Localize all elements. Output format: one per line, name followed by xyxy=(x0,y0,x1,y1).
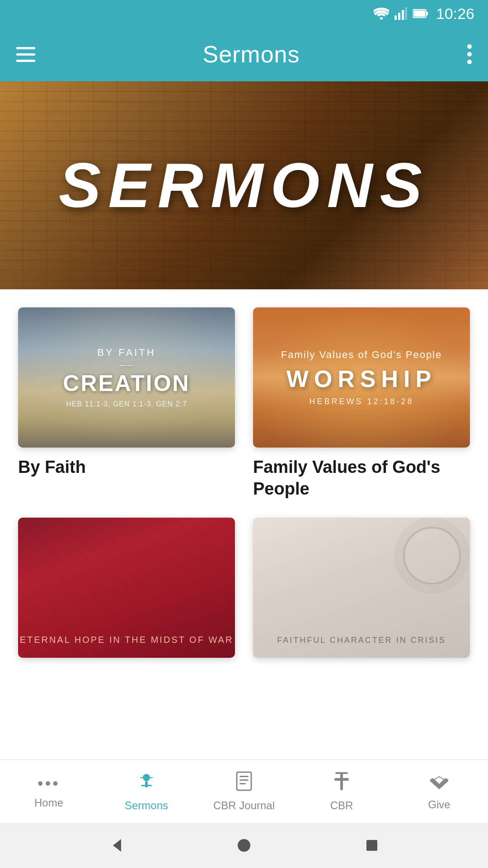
sermon-thumb-eternal: ETERNAL HOPE IN THE MIDST OF WAR xyxy=(18,518,235,658)
nav-item-cbr-journal[interactable]: CBR Journal xyxy=(195,771,293,812)
sermon-thumb-worship: Family Values of God's People WORSHIP HE… xyxy=(253,307,470,448)
svg-point-20 xyxy=(238,839,250,852)
home-button[interactable] xyxy=(233,834,255,857)
svg-point-0 xyxy=(380,17,383,19)
worship-title: WORSHIP xyxy=(281,365,442,392)
status-bar: 10:26 xyxy=(0,0,488,27)
nav-label-cbr: CBR xyxy=(330,799,353,812)
hero-text-container: SERMONS xyxy=(0,81,488,289)
sermon-thumb-faithful: FAITHFUL CHARACTER IN CRISIS xyxy=(253,518,470,658)
hero-title: SERMONS xyxy=(59,149,429,222)
give-icon xyxy=(428,772,450,795)
battery-icon xyxy=(413,9,428,19)
svg-rect-7 xyxy=(413,10,425,17)
svg-rect-15 xyxy=(239,783,246,784)
status-icons xyxy=(374,7,428,20)
system-nav-bar xyxy=(0,823,488,868)
svg-rect-17 xyxy=(334,778,349,781)
hamburger-menu-button[interactable] xyxy=(16,47,35,62)
back-button[interactable] xyxy=(105,834,128,857)
cbr-icon xyxy=(333,771,350,796)
worship-subtitle: Family Values of God's People xyxy=(281,349,442,361)
status-time: 10:26 xyxy=(436,5,474,23)
sermon-grid: BY FAITH CREATION HEB 11:1-3, GEN 1:1-3,… xyxy=(18,307,470,676)
sermon-thumb-creation: BY FAITH CREATION HEB 11:1-3, GEN 1:1-3,… xyxy=(18,307,235,448)
by-faith-label: BY FAITH xyxy=(63,347,190,359)
svg-rect-9 xyxy=(145,781,148,788)
svg-rect-18 xyxy=(335,772,348,774)
thumb-creation-text: BY FAITH CREATION HEB 11:1-3, GEN 1:1-3,… xyxy=(63,347,190,408)
hero-banner: SERMONS xyxy=(0,81,488,289)
signal-icon xyxy=(394,7,407,20)
cbr-journal-icon xyxy=(235,771,253,796)
thumb-worship-bg: Family Values of God's People WORSHIP HE… xyxy=(253,307,470,448)
svg-rect-21 xyxy=(366,840,377,851)
svg-rect-3 xyxy=(402,10,404,20)
nav-item-cbr[interactable]: CBR xyxy=(293,771,390,812)
nav-label-home: Home xyxy=(34,797,63,809)
svg-rect-6 xyxy=(426,12,428,15)
wifi-icon xyxy=(374,8,389,19)
nav-item-give[interactable]: Give xyxy=(390,772,488,811)
svg-rect-14 xyxy=(239,779,249,781)
svg-marker-19 xyxy=(113,839,121,852)
sermons-icon xyxy=(136,771,156,796)
main-content: BY FAITH CREATION HEB 11:1-3, GEN 1:1-3,… xyxy=(0,289,488,760)
app-bar-title: Sermons xyxy=(202,41,300,68)
svg-rect-16 xyxy=(340,772,343,790)
nav-label-sermons: Sermons xyxy=(125,799,168,812)
sermon-title-family-values: Family Values of God's People xyxy=(253,457,470,500)
eternal-hope-label: ETERNAL HOPE IN THE MIDST OF WAR xyxy=(20,635,234,645)
nav-label-give: Give xyxy=(428,798,450,811)
svg-rect-12 xyxy=(237,772,251,790)
sermon-card-family-values[interactable]: Family Values of God's People WORSHIP HE… xyxy=(253,307,470,500)
nav-label-cbr-journal: CBR Journal xyxy=(213,799,275,812)
faithful-character-label: FAITHFUL CHARACTER IN CRISIS xyxy=(277,636,446,645)
home-icon: ••• xyxy=(38,774,60,793)
nav-item-sermons[interactable]: Sermons xyxy=(98,771,195,812)
sermon-card-by-faith[interactable]: BY FAITH CREATION HEB 11:1-3, GEN 1:1-3,… xyxy=(18,307,235,500)
thumb-worship-text: Family Values of God's People WORSHIP HE… xyxy=(281,349,442,406)
svg-rect-13 xyxy=(239,776,249,777)
sermon-card-faithful[interactable]: FAITHFUL CHARACTER IN CRISIS xyxy=(253,518,470,658)
sermon-title-by-faith: By Faith xyxy=(18,457,235,478)
bottom-nav: ••• Home Sermons CBR Journal xyxy=(0,760,488,823)
nav-item-home[interactable]: ••• Home xyxy=(0,774,98,809)
svg-rect-4 xyxy=(405,7,407,20)
svg-rect-2 xyxy=(398,13,400,20)
creation-refs: HEB 11:1-3, GEN 1:1-3, GEN 2:7 xyxy=(63,400,190,408)
thumb-creation-bg: BY FAITH CREATION HEB 11:1-3, GEN 1:1-3,… xyxy=(18,307,235,448)
svg-rect-10 xyxy=(141,785,152,786)
recent-apps-button[interactable] xyxy=(361,834,383,857)
svg-rect-1 xyxy=(394,15,397,20)
more-options-button[interactable] xyxy=(467,44,472,64)
worship-refs: HEBREWS 12:18-28 xyxy=(281,397,442,406)
creation-title: CREATION xyxy=(63,361,190,396)
sermon-card-eternal-hope[interactable]: ETERNAL HOPE IN THE MIDST OF WAR xyxy=(18,518,235,658)
app-bar: Sermons xyxy=(0,27,488,81)
